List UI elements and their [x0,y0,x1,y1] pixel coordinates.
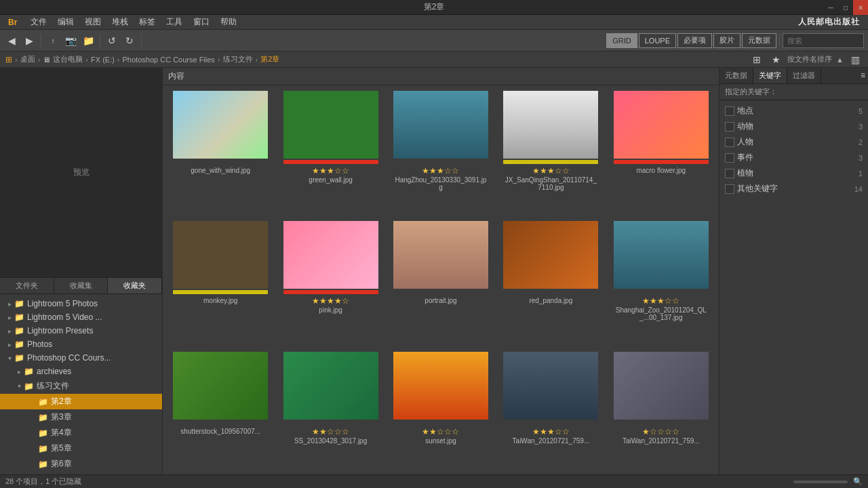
crumb-ch2[interactable]: 第2章 [260,54,279,64]
star-icon[interactable]: ★ [768,52,783,67]
tab-keywords[interactable]: 关键字 [753,68,787,83]
tree-arrow[interactable]: ▾ [8,354,12,362]
tree-arrow[interactable]: ▸ [8,314,12,321]
tree-item[interactable]: ▾📁Photoshop CC Cours... [0,351,162,365]
tree-item[interactable]: 📁第3章 [0,409,162,425]
filename-label: SS_20130428_3017.jpg [294,437,367,445]
tree-arrow[interactable]: ▸ [8,300,12,308]
sort-asc-icon[interactable]: ▲ [836,56,844,64]
rating-bar-yellow [503,160,598,164]
tree-item[interactable]: 📁第5章 [0,441,162,456]
crumb-fx[interactable]: FX (E:) [91,56,115,64]
menu-item-标签[interactable]: 标签 [134,15,161,29]
keyword-row[interactable]: 动物 3 [722,119,865,134]
menu-item-文件[interactable]: 文件 [25,15,52,29]
item-count: 28 个项目，1 个已隐藏 [5,476,81,487]
filmstrip-mode-button[interactable]: 胶片 [713,33,741,48]
tree-item[interactable]: ▸📁Lightroom 5 Video ... [0,310,162,324]
list-item[interactable]: ★★☆☆☆ sunset.jpg [389,352,493,469]
tab-metadata[interactable]: 元数据 [719,68,753,83]
menu-item-工具[interactable]: 工具 [161,15,188,29]
menu-item-编辑[interactable]: 编辑 [52,15,79,29]
list-item[interactable]: ★★★☆☆ Shanghai_Zoo_20101204_QL_...00_137… [609,221,713,346]
keyword-row[interactable]: 人物 2 [722,134,865,150]
list-item[interactable]: monkey.jpg [168,221,273,346]
keyword-checkbox[interactable] [725,169,734,178]
tree-arrow[interactable]: ▸ [18,368,21,375]
keyword-checkbox[interactable] [725,122,734,131]
list-item[interactable]: portrait.jpg [389,221,493,346]
close-button[interactable]: ✕ [853,0,868,15]
thumbnail-image [614,221,709,289]
panel-toggle-icon[interactable]: ▥ [848,52,863,67]
rotate-right-icon[interactable]: ↻ [122,33,137,48]
tree-item[interactable]: 📁第6章 [0,456,162,472]
keyword-checkbox[interactable] [725,184,734,194]
list-item[interactable]: macro flower.jpg [609,91,713,216]
keyword-row[interactable]: 事件 3 [722,150,865,165]
rotate-left-icon[interactable]: ↺ [104,33,119,48]
tree-item[interactable]: 📁第4章 [0,425,162,441]
list-item[interactable]: ★★★☆☆ HangZhou_20130330_3091.jpg [389,91,493,216]
publisher-logo: 人民邮电出版社 [793,16,865,28]
keyword-checkbox[interactable] [725,138,734,147]
crumb-computer[interactable]: 这台电脑 [53,54,83,64]
list-item[interactable]: shutterstock_109567007... [168,352,273,469]
keyword-checkbox[interactable] [725,106,734,116]
list-item[interactable]: ★★★☆☆ JX_SanQingShan_20110714_7110.jpg [498,91,603,216]
tree-item[interactable]: 📁第7章 [0,472,162,474]
list-item[interactable]: ★★★☆☆ TaiWan_20120721_759... [498,352,603,469]
list-item[interactable]: ★★★☆☆ green_wall.jpg [278,91,382,216]
keyword-checkbox[interactable] [725,153,734,163]
tree-item[interactable]: ▸📁Photos [0,338,162,351]
zoom-slider[interactable] [793,481,848,483]
back-button[interactable]: ◀ [4,33,19,48]
essentials-mode-button[interactable]: 必要项 [677,33,712,48]
tree-item[interactable]: 📁第2章 [0,394,162,409]
tree-item[interactable]: ▸📁archieves [0,365,162,378]
tree-item-label: archieves [37,367,71,376]
menu-item-视图[interactable]: 视图 [79,15,106,29]
tab-filter[interactable]: 过滤器 [787,68,821,83]
loupe-mode-button[interactable]: LOUPE [639,33,676,48]
tree-arrow[interactable]: ▾ [18,382,21,390]
grid-mode-button[interactable]: GRID [606,33,637,48]
parent-folder-button[interactable]: ↑ [45,33,60,48]
metadata-mode-button[interactable]: 元数据 [742,33,776,48]
titlebar: 第2章 ─ □ ✕ [0,0,868,15]
star-rating: ★★★☆☆ [532,166,570,176]
view-toggle-icon[interactable]: ⊞ [749,52,764,67]
menu-item-堆栈[interactable]: 堆栈 [106,15,134,29]
tree-item-label: 练习文件 [37,380,69,392]
search-input[interactable] [783,33,864,48]
tree-item[interactable]: ▾📁练习文件 [0,378,162,394]
list-item[interactable]: gone_with_wind.jpg [168,91,273,216]
crumb-desktop[interactable]: 桌面 [20,54,35,64]
keyword-row[interactable]: 地点 5 [722,103,865,119]
filename-label: sunset.jpg [425,437,456,445]
maximize-button[interactable]: □ [838,0,853,15]
list-item[interactable]: ★★★★☆ pink.jpg [278,221,382,346]
menu-item-窗口[interactable]: 窗口 [188,15,215,29]
minimize-button[interactable]: ─ [823,0,838,15]
crumb-exercises[interactable]: 练习文件 [223,54,253,64]
breadcrumb: ⊞ › 桌面 › 🖥 这台电脑 › FX (E:) › Photoshop CC… [0,52,868,68]
folder-icon: 📁 [81,33,96,48]
list-item[interactable]: ★☆☆☆☆ TaiWan_20120721_759... [609,352,713,469]
tab-folders[interactable]: 文件夹 [0,278,54,293]
tree-item[interactable]: ▸📁Lightroom Presets [0,324,162,338]
crumb-psfiles[interactable]: Photoshop CC Course Files [123,56,215,64]
tree-arrow[interactable]: ▸ [8,327,12,335]
tab-favorites[interactable]: 收藏夹 [108,278,162,293]
tree-arrow[interactable]: ▸ [8,341,12,348]
panel-expand-icon[interactable]: ≡ [858,68,868,83]
tree-item-label: Lightroom 5 Photos [27,299,98,308]
tab-collections[interactable]: 收藏集 [54,278,108,293]
forward-button[interactable]: ▶ [22,33,37,48]
tree-item[interactable]: ▸📁Lightroom 5 Photos [0,297,162,310]
list-item[interactable]: ★★☆☆☆ SS_20130428_3017.jpg [278,352,382,469]
keyword-row[interactable]: 其他关键字 14 [722,181,865,197]
keyword-row[interactable]: 植物 1 [722,165,865,181]
menu-item-帮助[interactable]: 帮助 [215,15,242,29]
list-item[interactable]: red_panda.jpg [498,221,603,346]
